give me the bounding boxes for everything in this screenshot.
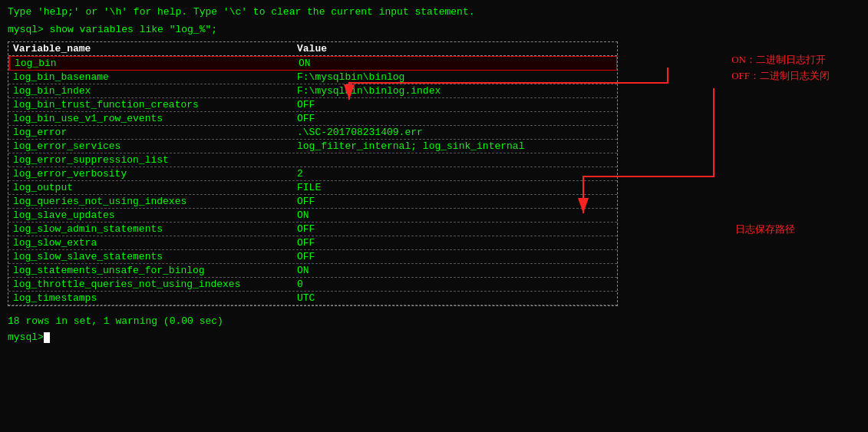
variable-name-cell: log_error_services	[8, 140, 292, 153]
variable-name-cell: log_bin_basename	[8, 71, 292, 84]
variable-value-cell: ON	[292, 264, 615, 277]
variable-name-cell: log_slow_admin_statements	[8, 223, 292, 236]
table-row: log_error_serviceslog_filter_internal; l…	[8, 140, 617, 153]
variable-name-cell: log_slave_updates	[8, 209, 292, 222]
table-row: log_slow_slave_statementsOFF	[8, 250, 617, 264]
variable-value-cell: OFF	[292, 223, 615, 236]
variable-name-cell: log_bin_trust_function_creators	[8, 98, 292, 111]
table-row: log_timestampsUTC	[8, 292, 617, 305]
variable-name-cell: log_statements_unsafe_for_binlog	[8, 264, 292, 277]
intro-text: Type 'help;' or '\h' for help. Type '\c'…	[8, 6, 860, 18]
variable-value-cell: OFF	[292, 98, 615, 111]
table-row: log_bin_use_v1_row_eventsOFF	[8, 112, 617, 126]
variables-table: Variable_name Value log_binONlog_bin_bas…	[8, 41, 618, 306]
variable-name-cell: log_slow_extra	[8, 236, 292, 249]
prompt-line: mysql>	[8, 331, 860, 343]
variable-value-cell: log_filter_internal; log_sink_internal	[292, 140, 615, 153]
table-row: log_slow_admin_statementsOFF	[8, 223, 617, 236]
variable-value-cell: F:\mysqlbin\binlog.index	[292, 84, 615, 97]
variable-name-cell: log_timestamps	[8, 292, 292, 305]
table-row: log_bin_indexF:\mysqlbin\binlog.index	[8, 84, 617, 98]
col2-header: Value	[292, 42, 615, 55]
table-row: log_slave_updatesON	[8, 209, 617, 223]
variable-name-cell: log_error	[8, 126, 292, 139]
variable-value-cell: F:\mysqlbin\binlog	[292, 71, 615, 84]
terminal-window: Type 'help;' or '\h' for help. Type '\c'…	[0, 0, 868, 349]
variable-value-cell: OFF	[292, 112, 615, 125]
table-row: log_slow_extraOFF	[8, 236, 617, 250]
table-row: log_statements_unsafe_for_binlogON	[8, 264, 617, 278]
variable-value-cell: ON	[292, 209, 615, 222]
command-line: mysql> show variables like "log_%";	[8, 24, 860, 35]
table-row: log_bin_basenameF:\mysqlbin\binlog	[8, 71, 617, 84]
variable-value-cell: OFF	[292, 195, 615, 208]
variable-name-cell: log_slow_slave_statements	[8, 250, 292, 263]
cursor	[44, 332, 50, 343]
variable-name-cell: log_output	[8, 181, 292, 194]
variable-value-cell: UTC	[292, 292, 615, 305]
table-row: log_bin_trust_function_creatorsOFF	[8, 98, 617, 112]
footer-text: 18 rows in set, 1 warning (0.00 sec)	[8, 315, 860, 327]
variable-name-cell: log_error_suppression_list	[8, 153, 292, 167]
variable-value-cell: FILE	[292, 181, 615, 194]
variable-value-cell	[292, 153, 615, 167]
variable-name-cell: log_throttle_queries_not_using_indexes	[8, 278, 292, 291]
variable-name-cell: log_bin_use_v1_row_events	[8, 112, 292, 125]
variable-value-cell: OFF	[292, 236, 615, 249]
variable-value-cell: 0	[292, 278, 615, 291]
variable-name-cell: log_bin	[10, 57, 294, 70]
variable-name-cell: log_bin_index	[8, 84, 292, 97]
table-row: log_outputFILE	[8, 181, 617, 195]
variable-value-cell: OFF	[292, 250, 615, 263]
variable-name-cell: log_queries_not_using_indexes	[8, 195, 292, 208]
table-row: log_throttle_queries_not_using_indexes0	[8, 278, 617, 292]
variable-value-cell: 2	[292, 167, 615, 180]
variable-name-cell: log_error_verbosity	[8, 167, 292, 180]
variable-value-cell: ON	[294, 57, 616, 70]
col1-header: Variable_name	[8, 42, 292, 55]
variable-value-cell: .\SC-201708231409.err	[292, 126, 615, 139]
table-row: log_error_suppression_list	[8, 153, 617, 167]
table-row: log_queries_not_using_indexesOFF	[8, 195, 617, 209]
prompt-text: mysql>	[8, 331, 44, 343]
table-row: log_error.\SC-201708231409.err	[8, 126, 617, 140]
table-header: Variable_name Value	[8, 42, 617, 56]
table-row: log_error_verbosity2	[8, 167, 617, 181]
table-row: log_binON	[8, 56, 617, 71]
